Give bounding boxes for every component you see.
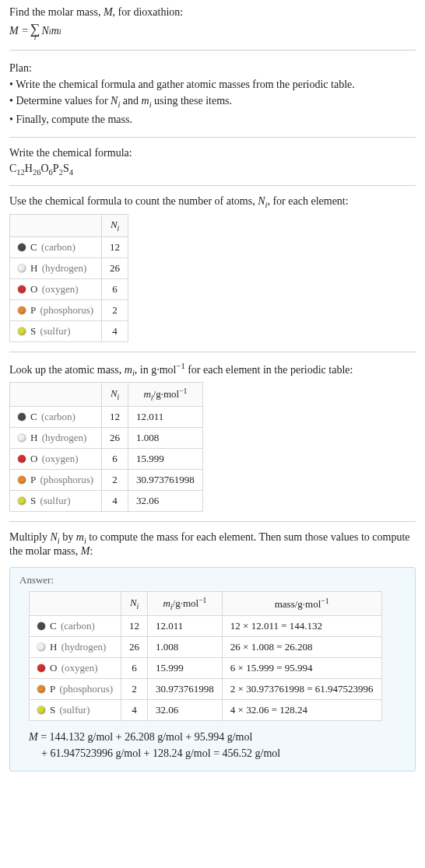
lookup-heading: Look up the atomic mass, mi, in g·mol−1 … xyxy=(9,362,416,377)
n-header: Ni xyxy=(121,591,148,615)
lookup-h-exp: −1 xyxy=(176,362,184,370)
element-cell: C (carbon) xyxy=(18,241,93,254)
blank-header xyxy=(10,383,102,407)
table-row: H (hydrogen)26 xyxy=(10,257,128,278)
nh: N xyxy=(111,219,118,230)
answer-box: Answer: Ni mi/g·mol−1 mass/g·mol−1 C (ca… xyxy=(9,567,416,772)
table-header-row: Ni mi/g·mol−1 xyxy=(10,383,203,407)
nhs3: i xyxy=(137,602,139,611)
chem-c: C xyxy=(9,163,16,174)
n-cell: 4 xyxy=(121,699,148,720)
n-header: Ni xyxy=(102,383,128,407)
count-heading: Use the chemical formula to count the nu… xyxy=(9,195,416,209)
chem-s-sub: 4 xyxy=(69,167,73,176)
element-cell: S (sulfur) xyxy=(37,704,113,716)
mult-d: : xyxy=(90,545,93,557)
divider xyxy=(9,352,416,352)
lookup-h-m: m xyxy=(125,363,132,375)
lookup-h-a: Look up the atomic mass, xyxy=(9,363,125,375)
blank-header xyxy=(10,215,102,237)
mass-cell: 2 × 30.973761998 = 61.947523996 xyxy=(222,678,381,699)
n-cell: 6 xyxy=(102,449,128,470)
chemical-formula: C12H26O6P2S4 xyxy=(9,163,416,177)
mult-a: Multiply xyxy=(9,531,51,543)
answer-label: Answer: xyxy=(19,574,406,586)
divider xyxy=(9,137,416,138)
element-cell: O (oxygen) xyxy=(18,283,93,296)
massh-a: mass/g·mol xyxy=(275,598,321,610)
plan-block: Plan: • Write the chemical formula and g… xyxy=(9,60,416,128)
answer-table: Ni mi/g·mol−1 mass/g·mol−1 C (carbon)121… xyxy=(29,591,382,721)
table-row: S (sulfur)432.064 × 32.06 = 128.24 xyxy=(30,699,382,720)
n-cell: 6 xyxy=(102,278,128,299)
intro-text2: , for dioxathion: xyxy=(113,6,184,18)
lookup-block: Look up the atomic mass, mi, in g·mol−1 … xyxy=(9,362,416,512)
table-row: C (carbon)1212.01112 × 12.011 = 144.132 xyxy=(30,615,382,636)
multiply-block: Multiply Ni by mi to compute the mass fo… xyxy=(9,531,416,558)
element-dot-icon xyxy=(37,622,45,630)
m-cell: 12.011 xyxy=(148,615,223,636)
mh-b2: /g·mol xyxy=(173,597,199,609)
m-cell: 32.06 xyxy=(128,491,203,512)
intro-m: M xyxy=(104,6,113,18)
m-cell: 32.06 xyxy=(148,699,223,720)
element-dot-icon xyxy=(18,327,26,335)
count-h-n: N xyxy=(258,195,265,207)
chem-p: P xyxy=(53,163,59,174)
count-block: Use the chemical formula to count the nu… xyxy=(9,195,416,341)
element-dot-icon xyxy=(18,413,26,421)
n-cell: 12 xyxy=(121,615,148,636)
eq-m-sub: i xyxy=(59,27,61,36)
nh3: N xyxy=(130,597,137,608)
n-cell: 4 xyxy=(102,320,128,341)
massh-exp: −1 xyxy=(321,597,328,605)
plan-line-2: • Determine values for Ni and mi using t… xyxy=(9,93,416,111)
n-cell: 2 xyxy=(102,299,128,320)
molar-mass-equation: M = ∑ i Nimi xyxy=(9,22,416,40)
element-dot-icon xyxy=(18,306,26,314)
m-cell: 15.999 xyxy=(148,657,223,678)
element-cell: S (sulfur) xyxy=(18,325,93,338)
mh-exp2: −1 xyxy=(198,596,206,604)
count-h-a: Use the chemical formula to count the nu… xyxy=(9,195,258,207)
element-cell: P (phosphorus) xyxy=(37,683,113,695)
lookup-h-b: , in g·mol xyxy=(135,363,177,375)
final-equation: M = 144.132 g/mol + 26.208 g/mol + 95.99… xyxy=(29,729,406,761)
eq-m: m xyxy=(51,25,59,37)
table-row: S (sulfur)4 xyxy=(10,320,128,341)
mh-exp: −1 xyxy=(179,387,187,395)
element-cell: H (hydrogen) xyxy=(37,641,113,653)
n-cell: 2 xyxy=(121,678,148,699)
m-cell: 1.008 xyxy=(128,428,203,449)
m-header: mi/g·mol−1 xyxy=(128,383,203,407)
table-header-row: Ni xyxy=(10,215,128,237)
element-cell: H (hydrogen) xyxy=(18,432,93,444)
intro-line: Find the molar mass, M, for dioxathion: xyxy=(9,6,416,19)
table-row: H (hydrogen)261.00826 × 1.008 = 26.208 xyxy=(30,636,382,657)
element-dot-icon xyxy=(18,434,26,442)
plan-l2a: • Determine values for xyxy=(9,95,111,107)
element-dot-icon xyxy=(37,706,45,714)
table-row: O (oxygen)615.9996 × 15.999 = 95.994 xyxy=(30,657,382,678)
plan-l2b: and xyxy=(120,95,141,107)
element-cell: P (phosphorus) xyxy=(18,304,93,317)
element-dot-icon xyxy=(37,643,45,651)
table-row: P (phosphorus)2 xyxy=(10,299,128,320)
table-row: O (oxygen)615.999 xyxy=(10,449,203,470)
plan-line-3: • Finally, compute the mass. xyxy=(9,111,416,128)
chem-s: S xyxy=(63,163,69,174)
element-dot-icon xyxy=(37,685,45,693)
element-dot-icon xyxy=(18,285,26,293)
formula-block: Write the chemical formula: C12H26O6P2S4 xyxy=(9,147,416,177)
lookup-h-c: for each element in the periodic table: xyxy=(185,363,353,375)
eq-n: N xyxy=(41,25,48,37)
element-dot-icon xyxy=(18,264,26,272)
sigma-sub: i xyxy=(30,35,40,39)
element-dot-icon xyxy=(18,497,26,505)
plan-line-1: • Write the chemical formula and gather … xyxy=(9,76,416,93)
mass-cell: 12 × 12.011 = 144.132 xyxy=(222,615,381,636)
table-row: P (phosphorus)230.9737619982 × 30.973761… xyxy=(30,678,382,699)
mult-n: N xyxy=(51,531,58,543)
count-h-b: , for each element: xyxy=(267,195,348,207)
n-cell: 12 xyxy=(102,407,128,428)
